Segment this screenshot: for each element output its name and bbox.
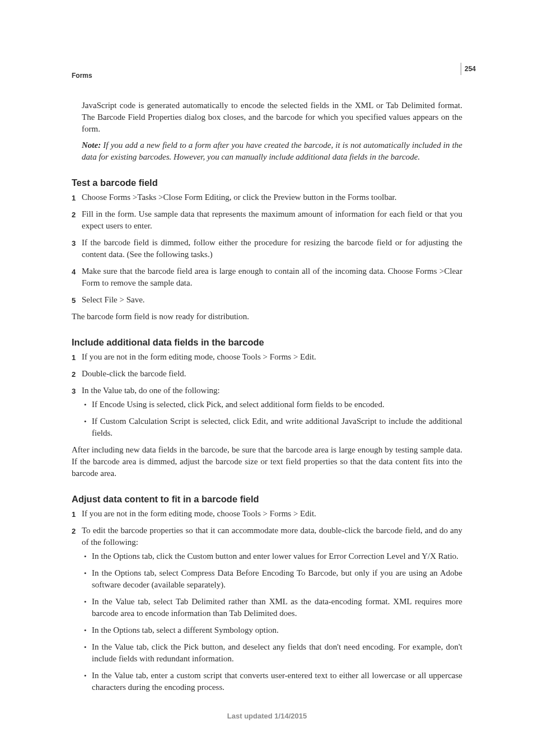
- list-item-text: To edit the barcode properties so that i…: [82, 526, 462, 547]
- list-item: If Custom Calculation Script is selected…: [82, 416, 462, 439]
- list-item: In the Value tab, select Tab Delimited r…: [82, 596, 462, 619]
- heading-include-additional: Include additional data fields in the ba…: [72, 337, 462, 348]
- sec2-after: After including new data fields in the b…: [72, 444, 462, 479]
- sec3-steps: If you are not in the form editing mode,…: [72, 508, 462, 693]
- heading-adjust-data: Adjust data content to fit in a barcode …: [72, 494, 462, 505]
- sec1-steps: Choose Forms >Tasks >Close Form Editing,…: [72, 192, 462, 306]
- list-item: In the Value tab, click the Pick button,…: [82, 641, 462, 665]
- list-item: In the Value tab, do one of the followin…: [72, 385, 462, 439]
- sec2-steps: If you are not in the form editing mode,…: [72, 351, 462, 439]
- list-item: In the Options tab, select Compress Data…: [82, 567, 462, 591]
- list-item: Choose Forms >Tasks >Close Form Editing,…: [72, 192, 462, 203]
- intro-para: JavaScript code is generated automatical…: [82, 100, 462, 135]
- list-item: If you are not in the form editing mode,…: [72, 351, 462, 363]
- sec2-bullets: If Encode Using is selected, click Pick,…: [82, 399, 462, 439]
- page-number: 254: [461, 63, 476, 75]
- note-label: Note:: [82, 141, 101, 150]
- sec3-bullets: In the Options tab, click the Custom but…: [82, 550, 462, 693]
- list-item: If you are not in the form editing mode,…: [72, 508, 462, 520]
- list-item: In the Value tab, enter a custom script …: [82, 670, 462, 693]
- list-item: Fill in the form. Use sample data that r…: [72, 208, 462, 232]
- list-item-text: In the Value tab, do one of the followin…: [82, 386, 220, 395]
- list-item: Make sure that the barcode field area is…: [72, 265, 462, 289]
- running-header: Forms: [72, 72, 462, 80]
- note-text: If you add a new field to a form after y…: [82, 141, 462, 161]
- footer: Last updated 1/14/2015: [0, 712, 534, 720]
- list-item: Select File > Save.: [72, 294, 462, 306]
- list-item: To edit the barcode properties so that i…: [72, 525, 462, 693]
- page: 254 Forms JavaScript code is generated a…: [0, 0, 534, 756]
- list-item: Double-click the barcode field.: [72, 368, 462, 380]
- list-item: In the Options tab, click the Custom but…: [82, 550, 462, 562]
- intro-note: Note: If you add a new field to a form a…: [82, 139, 462, 163]
- list-item: If the barcode field is dimmed, follow e…: [72, 237, 462, 260]
- list-item: In the Options tab, select a different S…: [82, 624, 462, 636]
- heading-test-barcode: Test a barcode field: [72, 178, 462, 188]
- intro-block: JavaScript code is generated automatical…: [82, 100, 462, 163]
- list-item: If Encode Using is selected, click Pick,…: [82, 399, 462, 410]
- sec1-after: The barcode form field is now ready for …: [72, 311, 462, 323]
